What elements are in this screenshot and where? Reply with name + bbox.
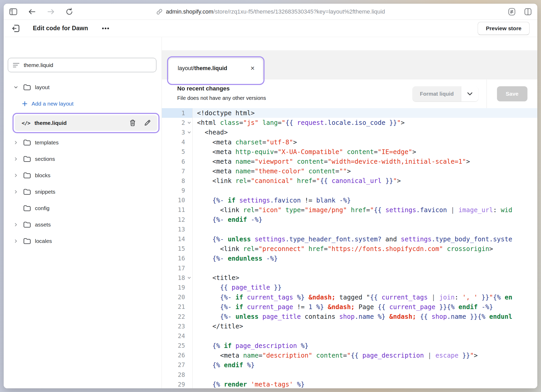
code-text[interactable]: {%- if current_tags %} &ndash; tagged "{… (193, 292, 537, 302)
code-text[interactable] (193, 370, 537, 379)
code-text[interactable] (193, 224, 537, 234)
code-text[interactable]: {% render 'meta-tags' %} (193, 379, 537, 388)
code-line-17[interactable]: 17 (162, 263, 537, 273)
sidebar-folder-layout[interactable]: layout (4, 79, 162, 95)
preview-store-button[interactable]: Preview store (478, 22, 530, 35)
exit-icon[interactable] (11, 24, 20, 33)
pencil-icon[interactable] (144, 119, 151, 126)
code-text[interactable]: {% endif %} (193, 360, 537, 370)
sidebar-folder-sections[interactable]: sections (4, 151, 162, 167)
sidebar-folder-locales[interactable]: locales (4, 233, 162, 249)
code-text[interactable] (193, 331, 537, 341)
code-text[interactable]: {%- endunless -%} (193, 254, 537, 263)
chevron-right-icon[interactable] (13, 140, 19, 145)
code-line-29[interactable]: 29 {% render 'meta-tags' %} (162, 379, 537, 388)
chevron-down-icon[interactable] (13, 85, 19, 90)
code-text[interactable]: <meta name="description" content="{{ pag… (193, 351, 537, 360)
sidebar-action-add-a-new-layout[interactable]: Add a new layout (4, 95, 162, 112)
trash-icon[interactable] (129, 119, 136, 127)
chevron-right-icon[interactable] (13, 173, 19, 178)
line-number: 24 (162, 331, 193, 341)
code-line-23[interactable]: 23 </title> (162, 321, 537, 331)
close-icon[interactable]: × (250, 65, 255, 72)
code-text[interactable]: <!doctype html> (193, 108, 537, 118)
reload-icon[interactable] (66, 8, 73, 16)
code-text[interactable]: <meta name="viewport" content="width=dev… (193, 157, 537, 166)
code-line-15[interactable]: 15 <link rel="preconnect" href="https://… (162, 244, 537, 254)
code-text[interactable]: {%- unless settings.type_header_font.sys… (193, 234, 537, 244)
split-view-icon[interactable] (524, 8, 532, 15)
code-line-14[interactable]: 14 {%- unless settings.type_header_font.… (162, 234, 537, 244)
code-text[interactable]: {%- if current_page != 1 %} &ndash; Page… (193, 302, 537, 312)
fold-toggle-icon[interactable] (187, 121, 191, 124)
code-line-21[interactable]: 21 {%- if current_page != 1 %} &ndash; P… (162, 302, 537, 312)
format-options-button[interactable] (461, 86, 478, 101)
code-line-2[interactable]: 2<html class="js" lang="{{ request.local… (162, 118, 537, 127)
code-text[interactable]: {%- endif -%} (193, 215, 537, 224)
chevron-right-icon[interactable] (13, 189, 19, 194)
code-line-10[interactable]: 10 {%- if settings.favicon != blank -%} (162, 195, 537, 205)
code-text[interactable]: <head> (193, 127, 537, 137)
code-line-26[interactable]: 26 <meta name="description" content="{{ … (162, 351, 537, 360)
code-line-13[interactable]: 13 (162, 224, 537, 234)
code-text[interactable]: <html class="js" lang="{{ request.locale… (193, 118, 537, 127)
code-line-1[interactable]: 1<!doctype html> (162, 108, 537, 118)
code-text[interactable] (193, 263, 537, 273)
code-text[interactable]: </title> (193, 321, 537, 331)
chevron-right-icon[interactable] (13, 238, 19, 244)
sidebar-folder-assets[interactable]: assets (4, 216, 162, 233)
sidebar-folder-templates[interactable]: templates (4, 134, 162, 151)
overflow-menu-icon[interactable] (102, 27, 109, 30)
fold-toggle-icon[interactable] (187, 131, 191, 134)
fold-toggle-icon[interactable] (187, 276, 191, 279)
code-line-11[interactable]: 11 <link rel="icon" type="image/png" hre… (162, 205, 537, 215)
sidebar-folder-blocks[interactable]: blocks (4, 167, 162, 183)
code-line-5[interactable]: 5 <meta http-equiv="X-UA-Compatible" con… (162, 147, 537, 157)
code-line-19[interactable]: 19 {{ page_title }} (162, 283, 537, 292)
code-text[interactable]: {{ page_title }} (193, 283, 537, 292)
sidebar-folder-snippets[interactable]: snippets (4, 183, 162, 200)
code-text[interactable]: {%- if settings.favicon != blank -%} (193, 195, 537, 205)
code-line-22[interactable]: 22 {%- unless page_title contains shop.n… (162, 312, 537, 321)
code-text[interactable]: <title> (193, 273, 537, 283)
code-line-20[interactable]: 20 {%- if current_tags %} &ndash; tagged… (162, 292, 537, 302)
code-text[interactable]: <link rel="canonical" href="{{ canonical… (193, 176, 537, 186)
address-bar[interactable]: admin.shopify.com/store/rzq1xu-f5/themes… (156, 4, 385, 20)
browser-settings-icon[interactable] (508, 8, 515, 16)
code-text[interactable]: <link rel="icon" type="image/png" href="… (193, 205, 537, 215)
format-liquid-button[interactable]: Format liquid (413, 86, 461, 101)
file-sidebar: layoutAdd a new layout</>theme.liquidtem… (4, 37, 162, 388)
sidebar-folder-config[interactable]: config (4, 200, 162, 216)
code-area[interactable]: 1<!doctype html>2<html class="js" lang="… (162, 108, 537, 388)
code-line-8[interactable]: 8 <link rel="canonical" href="{{ canonic… (162, 176, 537, 186)
chevron-right-icon[interactable] (13, 156, 19, 162)
code-line-7[interactable]: 7 <meta name="theme-color" content=""> (162, 166, 537, 176)
code-line-27[interactable]: 27 {% endif %} (162, 360, 537, 370)
code-line-24[interactable]: 24 (162, 331, 537, 341)
chevron-right-icon[interactable] (13, 222, 19, 227)
code-text[interactable]: <meta charset="utf-8"> (193, 137, 537, 147)
code-line-9[interactable]: 9 (162, 186, 537, 195)
code-text[interactable]: <link rel="preconnect" href="https://fon… (193, 244, 537, 254)
folder-icon (23, 156, 31, 162)
code-text[interactable]: {%- unless page_title contains shop.name… (193, 312, 537, 321)
sidebar-file-theme-liquid[interactable]: </>theme.liquid (15, 115, 157, 131)
code-line-16[interactable]: 16 {%- endunless -%} (162, 254, 537, 263)
code-text[interactable]: <meta http-equiv="X-UA-Compatible" conte… (193, 147, 537, 157)
code-line-6[interactable]: 6 <meta name="viewport" content="width=d… (162, 157, 537, 166)
code-line-3[interactable]: 3 <head> (162, 127, 537, 137)
save-button[interactable]: Save (497, 86, 527, 101)
code-text[interactable] (193, 186, 537, 195)
search-input[interactable] (24, 62, 151, 68)
code-line-28[interactable]: 28 (162, 370, 537, 379)
code-line-18[interactable]: 18 <title> (162, 273, 537, 283)
code-text[interactable]: {% if page_description %} (193, 341, 537, 351)
tab-layout-theme-liquid[interactable]: layout/theme.liquid × (169, 59, 262, 79)
code-line-12[interactable]: 12 {%- endif -%} (162, 215, 537, 224)
sidebar-toggle-icon[interactable] (9, 8, 17, 15)
forward-icon[interactable] (47, 8, 55, 15)
code-line-25[interactable]: 25 {% if page_description %} (162, 341, 537, 351)
code-line-4[interactable]: 4 <meta charset="utf-8"> (162, 137, 537, 147)
code-text[interactable]: <meta name="theme-color" content=""> (193, 166, 537, 176)
back-icon[interactable] (28, 8, 36, 15)
